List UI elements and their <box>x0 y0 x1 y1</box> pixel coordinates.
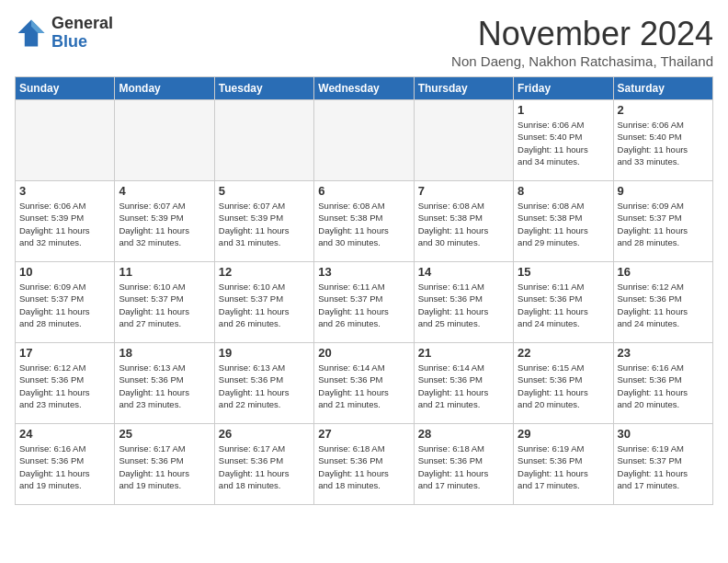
calendar-cell: 15Sunrise: 6:11 AM Sunset: 5:36 PM Dayli… <box>514 262 613 343</box>
day-info: Sunrise: 6:09 AM Sunset: 5:37 PM Dayligh… <box>19 281 110 329</box>
weekday-header: Wednesday <box>314 77 414 100</box>
day-number: 1 <box>518 103 609 117</box>
day-info: Sunrise: 6:14 AM Sunset: 5:36 PM Dayligh… <box>418 362 509 410</box>
day-number: 26 <box>219 427 310 441</box>
title-block: November 2024 Non Daeng, Nakhon Ratchasi… <box>451 15 713 69</box>
day-number: 19 <box>219 346 310 360</box>
calendar-cell: 7Sunrise: 6:08 AM Sunset: 5:38 PM Daylig… <box>414 181 513 262</box>
logo: General Blue <box>15 15 113 52</box>
day-info: Sunrise: 6:18 AM Sunset: 5:36 PM Dayligh… <box>418 442 509 491</box>
day-info: Sunrise: 6:19 AM Sunset: 5:36 PM Dayligh… <box>518 442 609 491</box>
day-number: 25 <box>119 427 210 441</box>
day-number: 7 <box>418 184 509 198</box>
day-number: 16 <box>618 265 709 279</box>
calendar-cell: 5Sunrise: 6:07 AM Sunset: 5:39 PM Daylig… <box>214 181 313 262</box>
day-info: Sunrise: 6:16 AM Sunset: 5:36 PM Dayligh… <box>19 442 110 491</box>
calendar-cell: 22Sunrise: 6:15 AM Sunset: 5:36 PM Dayli… <box>514 343 613 424</box>
day-number: 12 <box>219 265 310 279</box>
day-number: 18 <box>119 346 210 360</box>
day-number: 3 <box>19 184 110 198</box>
day-info: Sunrise: 6:13 AM Sunset: 5:36 PM Dayligh… <box>219 362 310 410</box>
day-info: Sunrise: 6:14 AM Sunset: 5:36 PM Dayligh… <box>318 362 409 410</box>
calendar-cell: 1Sunrise: 6:06 AM Sunset: 5:40 PM Daylig… <box>514 100 613 181</box>
day-info: Sunrise: 6:06 AM Sunset: 5:40 PM Dayligh… <box>618 119 709 167</box>
day-info: Sunrise: 6:11 AM Sunset: 5:36 PM Dayligh… <box>518 281 609 329</box>
calendar-cell <box>115 100 214 181</box>
calendar-cell: 19Sunrise: 6:13 AM Sunset: 5:36 PM Dayli… <box>214 343 313 424</box>
calendar-cell: 4Sunrise: 6:07 AM Sunset: 5:39 PM Daylig… <box>115 181 214 262</box>
day-info: Sunrise: 6:12 AM Sunset: 5:36 PM Dayligh… <box>19 362 110 410</box>
day-info: Sunrise: 6:07 AM Sunset: 5:39 PM Dayligh… <box>219 200 310 248</box>
day-info: Sunrise: 6:08 AM Sunset: 5:38 PM Dayligh… <box>418 200 509 248</box>
day-number: 17 <box>19 346 110 360</box>
day-info: Sunrise: 6:06 AM Sunset: 5:39 PM Dayligh… <box>19 200 110 248</box>
logo-icon <box>15 17 48 50</box>
day-number: 22 <box>518 346 609 360</box>
day-info: Sunrise: 6:10 AM Sunset: 5:37 PM Dayligh… <box>219 281 310 329</box>
calendar-cell: 25Sunrise: 6:17 AM Sunset: 5:36 PM Dayli… <box>115 424 214 505</box>
day-info: Sunrise: 6:06 AM Sunset: 5:40 PM Dayligh… <box>518 119 609 167</box>
location-title: Non Daeng, Nakhon Ratchasima, Thailand <box>451 53 713 69</box>
day-info: Sunrise: 6:11 AM Sunset: 5:37 PM Dayligh… <box>318 281 409 329</box>
calendar-cell <box>414 100 513 181</box>
day-info: Sunrise: 6:09 AM Sunset: 5:37 PM Dayligh… <box>618 200 709 248</box>
day-number: 21 <box>418 346 509 360</box>
day-number: 10 <box>19 265 110 279</box>
day-info: Sunrise: 6:17 AM Sunset: 5:36 PM Dayligh… <box>119 442 210 491</box>
weekday-header: Thursday <box>414 77 513 100</box>
calendar-cell: 28Sunrise: 6:18 AM Sunset: 5:36 PM Dayli… <box>414 424 513 505</box>
day-number: 8 <box>518 184 609 198</box>
month-title: November 2024 <box>451 15 713 53</box>
calendar-cell: 14Sunrise: 6:11 AM Sunset: 5:36 PM Dayli… <box>414 262 513 343</box>
day-number: 9 <box>618 184 709 198</box>
calendar-week-row: 24Sunrise: 6:16 AM Sunset: 5:36 PM Dayli… <box>16 424 713 505</box>
day-number: 30 <box>618 427 709 441</box>
calendar-cell: 16Sunrise: 6:12 AM Sunset: 5:36 PM Dayli… <box>613 262 712 343</box>
calendar-cell: 20Sunrise: 6:14 AM Sunset: 5:36 PM Dayli… <box>314 343 414 424</box>
calendar-cell: 6Sunrise: 6:08 AM Sunset: 5:38 PM Daylig… <box>314 181 414 262</box>
logo-general-text: General <box>51 15 113 33</box>
day-info: Sunrise: 6:07 AM Sunset: 5:39 PM Dayligh… <box>119 200 210 248</box>
calendar-week-row: 1Sunrise: 6:06 AM Sunset: 5:40 PM Daylig… <box>16 100 713 181</box>
day-number: 5 <box>219 184 310 198</box>
calendar-cell <box>214 100 313 181</box>
day-info: Sunrise: 6:15 AM Sunset: 5:36 PM Dayligh… <box>518 362 609 410</box>
day-info: Sunrise: 6:12 AM Sunset: 5:36 PM Dayligh… <box>618 281 709 329</box>
calendar-cell: 11Sunrise: 6:10 AM Sunset: 5:37 PM Dayli… <box>115 262 214 343</box>
day-number: 14 <box>418 265 509 279</box>
calendar-cell: 10Sunrise: 6:09 AM Sunset: 5:37 PM Dayli… <box>16 262 115 343</box>
day-number: 29 <box>518 427 609 441</box>
day-info: Sunrise: 6:13 AM Sunset: 5:36 PM Dayligh… <box>119 362 210 410</box>
day-number: 13 <box>318 265 409 279</box>
calendar-cell: 23Sunrise: 6:16 AM Sunset: 5:36 PM Dayli… <box>613 343 712 424</box>
calendar-cell: 21Sunrise: 6:14 AM Sunset: 5:36 PM Dayli… <box>414 343 513 424</box>
calendar-cell: 26Sunrise: 6:17 AM Sunset: 5:36 PM Dayli… <box>214 424 313 505</box>
calendar-header-row: SundayMondayTuesdayWednesdayThursdayFrid… <box>16 77 713 100</box>
day-number: 23 <box>618 346 709 360</box>
day-info: Sunrise: 6:19 AM Sunset: 5:37 PM Dayligh… <box>618 442 709 491</box>
day-info: Sunrise: 6:18 AM Sunset: 5:36 PM Dayligh… <box>318 442 409 491</box>
weekday-header: Friday <box>514 77 613 100</box>
day-number: 4 <box>119 184 210 198</box>
calendar-cell: 30Sunrise: 6:19 AM Sunset: 5:37 PM Dayli… <box>613 424 712 505</box>
calendar-body: 1Sunrise: 6:06 AM Sunset: 5:40 PM Daylig… <box>16 100 713 505</box>
calendar-week-row: 3Sunrise: 6:06 AM Sunset: 5:39 PM Daylig… <box>16 181 713 262</box>
day-number: 2 <box>618 103 709 117</box>
calendar-cell <box>16 100 115 181</box>
day-number: 11 <box>119 265 210 279</box>
logo-blue-text: Blue <box>51 33 113 52</box>
calendar-cell: 27Sunrise: 6:18 AM Sunset: 5:36 PM Dayli… <box>314 424 414 505</box>
weekday-header: Saturday <box>613 77 712 100</box>
calendar-cell: 3Sunrise: 6:06 AM Sunset: 5:39 PM Daylig… <box>16 181 115 262</box>
calendar-cell <box>314 100 414 181</box>
calendar-cell: 13Sunrise: 6:11 AM Sunset: 5:37 PM Dayli… <box>314 262 414 343</box>
calendar-cell: 17Sunrise: 6:12 AM Sunset: 5:36 PM Dayli… <box>16 343 115 424</box>
calendar-cell: 9Sunrise: 6:09 AM Sunset: 5:37 PM Daylig… <box>613 181 712 262</box>
day-number: 15 <box>518 265 609 279</box>
day-info: Sunrise: 6:08 AM Sunset: 5:38 PM Dayligh… <box>518 200 609 248</box>
day-info: Sunrise: 6:11 AM Sunset: 5:36 PM Dayligh… <box>418 281 509 329</box>
calendar-cell: 8Sunrise: 6:08 AM Sunset: 5:38 PM Daylig… <box>514 181 613 262</box>
day-info: Sunrise: 6:16 AM Sunset: 5:36 PM Dayligh… <box>618 362 709 410</box>
day-info: Sunrise: 6:17 AM Sunset: 5:36 PM Dayligh… <box>219 442 310 491</box>
weekday-header: Monday <box>115 77 214 100</box>
